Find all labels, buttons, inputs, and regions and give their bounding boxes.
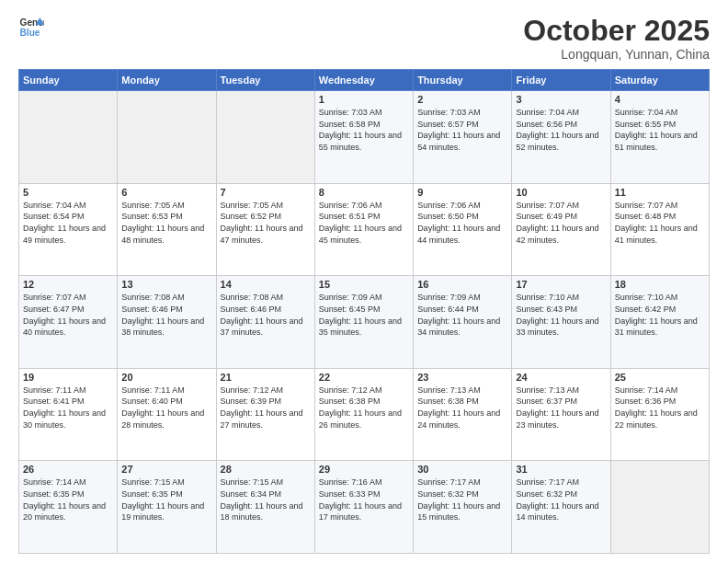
- day-number: 14: [221, 279, 311, 290]
- calendar-cell: 12Sunrise: 7:07 AMSunset: 6:47 PMDayligh…: [19, 276, 118, 369]
- calendar-cell: [118, 91, 216, 184]
- day-info: Sunrise: 7:06 AMSunset: 6:51 PMDaylight:…: [319, 200, 409, 246]
- day-number: 8: [319, 187, 409, 198]
- day-info: Sunrise: 7:06 AMSunset: 6:50 PMDaylight:…: [417, 200, 507, 246]
- day-info: Sunrise: 7:14 AMSunset: 6:36 PMDaylight:…: [615, 385, 705, 431]
- calendar-cell: 2Sunrise: 7:03 AMSunset: 6:57 PMDaylight…: [414, 91, 512, 184]
- day-info: Sunrise: 7:12 AMSunset: 6:38 PMDaylight:…: [319, 385, 409, 431]
- day-info: Sunrise: 7:13 AMSunset: 6:38 PMDaylight:…: [417, 385, 507, 431]
- day-info: Sunrise: 7:07 AMSunset: 6:47 PMDaylight:…: [23, 292, 113, 338]
- day-number: 25: [615, 372, 705, 383]
- col-saturday: Saturday: [610, 70, 709, 91]
- calendar-cell: 14Sunrise: 7:08 AMSunset: 6:46 PMDayligh…: [216, 276, 314, 369]
- day-number: 11: [615, 187, 705, 198]
- day-info: Sunrise: 7:15 AMSunset: 6:35 PMDaylight:…: [121, 477, 211, 523]
- col-monday: Monday: [118, 70, 216, 91]
- day-number: 15: [319, 279, 409, 290]
- day-number: 12: [23, 279, 113, 290]
- day-number: 19: [23, 372, 113, 383]
- calendar-cell: 31Sunrise: 7:17 AMSunset: 6:32 PMDayligh…: [512, 461, 610, 554]
- calendar-cell: 3Sunrise: 7:04 AMSunset: 6:56 PMDaylight…: [512, 91, 610, 184]
- location: Longquan, Yunnan, China: [523, 47, 710, 62]
- col-thursday: Thursday: [414, 70, 512, 91]
- day-number: 24: [516, 372, 606, 383]
- day-info: Sunrise: 7:03 AMSunset: 6:57 PMDaylight:…: [417, 107, 507, 153]
- day-number: 9: [417, 187, 507, 198]
- calendar-cell: 9Sunrise: 7:06 AMSunset: 6:50 PMDaylight…: [414, 183, 512, 276]
- calendar-cell: 7Sunrise: 7:05 AMSunset: 6:52 PMDaylight…: [216, 183, 314, 276]
- day-number: 10: [516, 187, 606, 198]
- day-info: Sunrise: 7:05 AMSunset: 6:52 PMDaylight:…: [221, 200, 311, 246]
- day-info: Sunrise: 7:17 AMSunset: 6:32 PMDaylight:…: [417, 477, 507, 523]
- col-friday: Friday: [512, 70, 610, 91]
- calendar-cell: 13Sunrise: 7:08 AMSunset: 6:46 PMDayligh…: [118, 276, 216, 369]
- day-info: Sunrise: 7:13 AMSunset: 6:37 PMDaylight:…: [516, 385, 606, 431]
- calendar-cell: 8Sunrise: 7:06 AMSunset: 6:51 PMDaylight…: [314, 183, 413, 276]
- calendar-cell: 10Sunrise: 7:07 AMSunset: 6:49 PMDayligh…: [512, 183, 610, 276]
- day-info: Sunrise: 7:07 AMSunset: 6:48 PMDaylight:…: [615, 200, 705, 246]
- calendar-cell: 22Sunrise: 7:12 AMSunset: 6:38 PMDayligh…: [314, 368, 413, 461]
- calendar-week-3: 12Sunrise: 7:07 AMSunset: 6:47 PMDayligh…: [19, 276, 710, 369]
- day-info: Sunrise: 7:09 AMSunset: 6:44 PMDaylight:…: [417, 292, 507, 338]
- svg-text:Blue: Blue: [20, 28, 40, 38]
- day-info: Sunrise: 7:10 AMSunset: 6:43 PMDaylight:…: [516, 292, 606, 338]
- calendar-cell: 19Sunrise: 7:11 AMSunset: 6:41 PMDayligh…: [19, 368, 118, 461]
- calendar-cell: 6Sunrise: 7:05 AMSunset: 6:53 PMDaylight…: [118, 183, 216, 276]
- calendar-cell: 11Sunrise: 7:07 AMSunset: 6:48 PMDayligh…: [610, 183, 709, 276]
- day-number: 29: [319, 464, 409, 475]
- day-info: Sunrise: 7:07 AMSunset: 6:49 PMDaylight:…: [516, 200, 606, 246]
- header: General Blue October 2025 Longquan, Yunn…: [18, 15, 710, 62]
- day-number: 28: [221, 464, 311, 475]
- day-number: 20: [121, 372, 211, 383]
- calendar-week-1: 1Sunrise: 7:03 AMSunset: 6:58 PMDaylight…: [19, 91, 710, 184]
- day-number: 4: [615, 94, 705, 105]
- day-number: 6: [121, 187, 211, 198]
- calendar-cell: 23Sunrise: 7:13 AMSunset: 6:38 PMDayligh…: [414, 368, 512, 461]
- calendar-table: Sunday Monday Tuesday Wednesday Thursday…: [18, 69, 710, 554]
- day-number: 27: [121, 464, 211, 475]
- calendar-week-4: 19Sunrise: 7:11 AMSunset: 6:41 PMDayligh…: [19, 368, 710, 461]
- calendar-cell: 21Sunrise: 7:12 AMSunset: 6:39 PMDayligh…: [216, 368, 314, 461]
- day-number: 30: [417, 464, 507, 475]
- day-number: 18: [615, 279, 705, 290]
- title-block: October 2025 Longquan, Yunnan, China: [523, 15, 710, 62]
- col-sunday: Sunday: [19, 70, 118, 91]
- calendar-cell: 24Sunrise: 7:13 AMSunset: 6:37 PMDayligh…: [512, 368, 610, 461]
- calendar-cell: 30Sunrise: 7:17 AMSunset: 6:32 PMDayligh…: [414, 461, 512, 554]
- col-tuesday: Tuesday: [216, 70, 314, 91]
- calendar-cell: 25Sunrise: 7:14 AMSunset: 6:36 PMDayligh…: [610, 368, 709, 461]
- logo: General Blue: [18, 15, 44, 40]
- day-info: Sunrise: 7:09 AMSunset: 6:45 PMDaylight:…: [319, 292, 409, 338]
- col-wednesday: Wednesday: [314, 70, 413, 91]
- calendar-cell: [610, 461, 709, 554]
- day-info: Sunrise: 7:04 AMSunset: 6:56 PMDaylight:…: [516, 107, 606, 153]
- day-info: Sunrise: 7:04 AMSunset: 6:54 PMDaylight:…: [23, 200, 113, 246]
- day-number: 3: [516, 94, 606, 105]
- calendar-cell: 1Sunrise: 7:03 AMSunset: 6:58 PMDaylight…: [314, 91, 413, 184]
- day-number: 16: [417, 279, 507, 290]
- calendar-cell: 29Sunrise: 7:16 AMSunset: 6:33 PMDayligh…: [314, 461, 413, 554]
- calendar-cell: 26Sunrise: 7:14 AMSunset: 6:35 PMDayligh…: [19, 461, 118, 554]
- day-info: Sunrise: 7:16 AMSunset: 6:33 PMDaylight:…: [319, 477, 409, 523]
- day-info: Sunrise: 7:03 AMSunset: 6:58 PMDaylight:…: [319, 107, 409, 153]
- page: General Blue October 2025 Longquan, Yunn…: [0, 0, 728, 563]
- day-number: 22: [319, 372, 409, 383]
- calendar-cell: 17Sunrise: 7:10 AMSunset: 6:43 PMDayligh…: [512, 276, 610, 369]
- day-number: 5: [23, 187, 113, 198]
- calendar-cell: 4Sunrise: 7:04 AMSunset: 6:55 PMDaylight…: [610, 91, 709, 184]
- calendar-cell: 20Sunrise: 7:11 AMSunset: 6:40 PMDayligh…: [118, 368, 216, 461]
- calendar-week-2: 5Sunrise: 7:04 AMSunset: 6:54 PMDaylight…: [19, 183, 710, 276]
- day-number: 23: [417, 372, 507, 383]
- day-info: Sunrise: 7:04 AMSunset: 6:55 PMDaylight:…: [615, 107, 705, 153]
- day-number: 1: [319, 94, 409, 105]
- calendar-cell: 5Sunrise: 7:04 AMSunset: 6:54 PMDaylight…: [19, 183, 118, 276]
- day-number: 31: [516, 464, 606, 475]
- day-info: Sunrise: 7:17 AMSunset: 6:32 PMDaylight:…: [516, 477, 606, 523]
- day-info: Sunrise: 7:08 AMSunset: 6:46 PMDaylight:…: [121, 292, 211, 338]
- calendar-cell: 15Sunrise: 7:09 AMSunset: 6:45 PMDayligh…: [314, 276, 413, 369]
- calendar-cell: 18Sunrise: 7:10 AMSunset: 6:42 PMDayligh…: [610, 276, 709, 369]
- day-info: Sunrise: 7:08 AMSunset: 6:46 PMDaylight:…: [221, 292, 311, 338]
- calendar-cell: [19, 91, 118, 184]
- day-info: Sunrise: 7:15 AMSunset: 6:34 PMDaylight:…: [221, 477, 311, 523]
- day-info: Sunrise: 7:14 AMSunset: 6:35 PMDaylight:…: [23, 477, 113, 523]
